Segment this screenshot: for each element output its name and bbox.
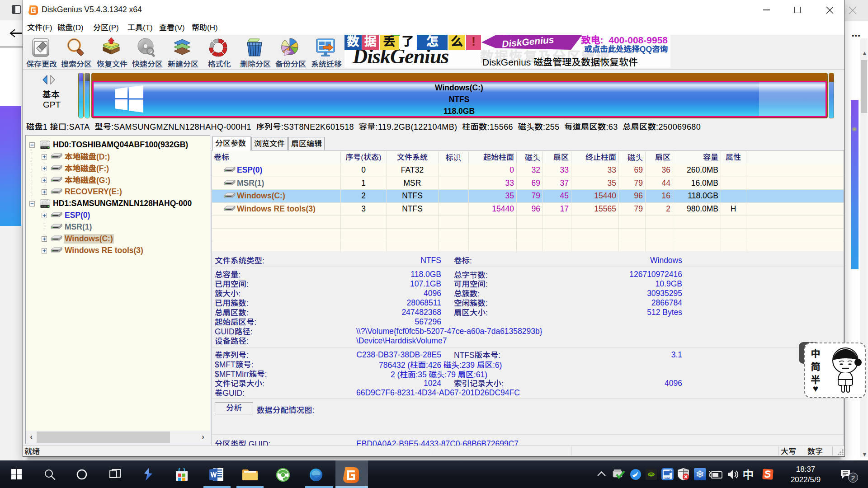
- svg-text:intel: intel: [665, 477, 670, 479]
